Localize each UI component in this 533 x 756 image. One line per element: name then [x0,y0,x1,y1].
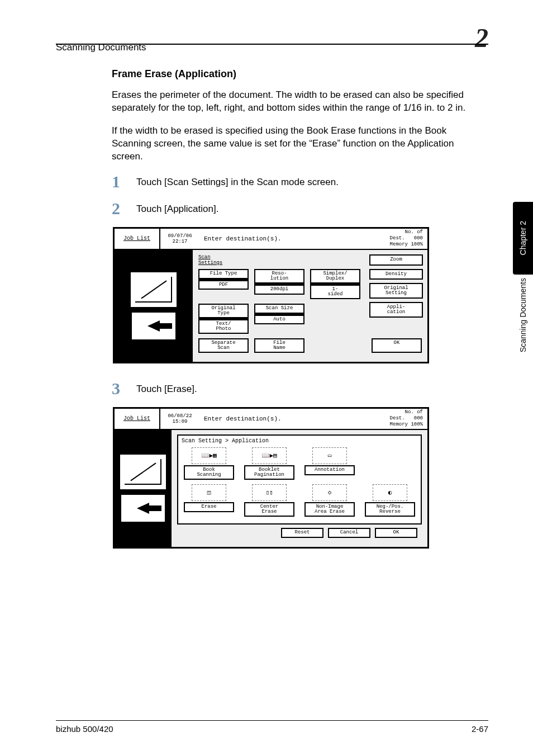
enter-destination-label-2: Enter destination(s). [199,415,361,422]
original-type-button[interactable]: Original Type [198,304,249,319]
step-1-text: Touch [Scan Settings] in the Scan mode s… [136,173,339,188]
footer-right: 2-67 [472,724,488,734]
step-3: 3 Touch [Erase]. [112,380,477,397]
status-block-2: No. of Dest. 000 Memory 100% [361,409,427,427]
annotation-button[interactable]: Annotation [304,465,355,475]
scan-settings-header: Job List 09/07/06 22:17 Enter destinatio… [115,229,427,250]
paragraph-1: Erases the perimeter of the document. Th… [112,89,477,115]
back-arrow-icon-2[interactable] [121,495,165,522]
cancel-button[interactable]: Cancel [328,528,370,538]
resolution-button[interactable]: Reso- lution [254,269,304,285]
neg-pos-reverse-button[interactable]: Neg-/Pos. Reverse [365,502,415,517]
application-panel: Job List 06/08/22 15:09 Enter destinatio… [113,407,429,549]
paragraph-2: If the width to be erased is specified u… [112,125,477,163]
booklet-pagination-button[interactable]: Booklet Pagination [244,465,294,480]
section-heading: Frame Erase (Application) [112,68,477,80]
memory-value: Memory 100% [390,242,423,247]
scan-settings-panel: Job List 09/07/06 22:17 Enter destinatio… [113,227,429,363]
simplex-duplex-button[interactable]: Simplex/ Duplex [310,269,360,285]
density-button[interactable]: Density [369,269,423,280]
ok-button-2[interactable]: OK [375,528,417,538]
erase-button[interactable]: Erase [184,502,234,512]
scan-size-value[interactable]: Auto [254,315,304,325]
chapter-tab: Chapter 2 [513,202,533,275]
page-footer: bizhub 500/420 2-67 [56,720,488,734]
file-type-button[interactable]: File Type [198,269,249,280]
scan-size-button[interactable]: Scan Size [254,304,304,315]
step-2-number: 2 [112,200,136,217]
original-type-value[interactable]: Text/ Photo [198,319,249,334]
zoom-button[interactable]: Zoom [369,254,423,266]
step-2-text: Touch [Application]. [136,200,218,215]
chapter-big-number: 2 [475,22,488,53]
ok-button[interactable]: OK [372,338,422,353]
side-tab: Chapter 2 Scanning Documents [513,112,533,363]
booklet-pagination-icon: 📖▶▤ [252,447,287,464]
book-scanning-icon: 📖▶▦ [192,447,226,464]
neg-pos-reverse-icon: ◐ [373,484,407,501]
center-erase-button[interactable]: Center Erase [244,502,294,517]
footer-left: bizhub 500/420 [56,724,113,734]
original-setting-button[interactable]: Original Setting [369,283,423,299]
file-type-value[interactable]: PDF [198,280,249,290]
step-1-number: 1 [112,173,136,190]
application-controls: Scan Setting > Application 📖▶▦ Book Scan… [172,430,427,547]
preview-column-2 [115,430,172,547]
reset-button[interactable]: Reset [281,528,323,538]
file-name-button[interactable]: File Name [254,338,304,353]
separate-scan-button[interactable]: Separate Scan [198,338,249,353]
step-3-text: Touch [Erase]. [136,380,197,395]
step-2: 2 Touch [Application]. [112,200,477,217]
job-list-button[interactable]: Job List [115,229,160,249]
document-icon [131,272,177,307]
center-erase-icon: ▯▯ [252,484,287,501]
annotation-icon: ▭ [312,447,347,464]
non-image-area-erase-icon: ◇ [312,484,347,501]
simplex-value[interactable]: 1- sided [310,285,360,299]
step-3-number: 3 [112,380,136,397]
panel1-datetime: 09/07/06 22:17 [160,233,199,244]
dest-count: 000 [414,235,423,241]
chapter-tab-label: Chapter 2 [518,221,527,255]
erase-icon: ◫ [192,484,226,501]
panel2-datetime: 06/08/22 15:09 [160,413,199,424]
breadcrumb: Scan Setting > Application [182,438,417,444]
application-header: Job List 06/08/22 15:09 Enter destinatio… [115,409,427,430]
section-tab-label: Scanning Documents [518,278,527,352]
body: Frame Erase (Application) Erases the per… [112,62,477,565]
document-icon-2 [120,455,166,489]
header-rule [56,44,488,45]
status-block: No. of Dest. 000 Memory 100% [361,229,427,247]
preview-column [115,250,193,362]
step-1: 1 Touch [Scan Settings] in the Scan mode… [112,173,477,190]
right-side-buttons: Zoom Density Original Setting Appli- cat… [369,254,423,318]
resolution-value[interactable]: 200dpi [254,285,304,295]
back-arrow-icon[interactable] [132,313,175,339]
non-image-area-erase-button[interactable]: Non-Image Area Erase [304,502,355,517]
book-scanning-button[interactable]: Book Scanning [184,465,234,480]
job-list-button-2[interactable]: Job List [115,409,160,429]
scan-settings-controls: Scan Settings File Type PDF Reso- lution… [193,250,427,362]
application-button[interactable]: Appli- cation [369,302,423,318]
enter-destination-label: Enter destination(s). [199,235,361,242]
